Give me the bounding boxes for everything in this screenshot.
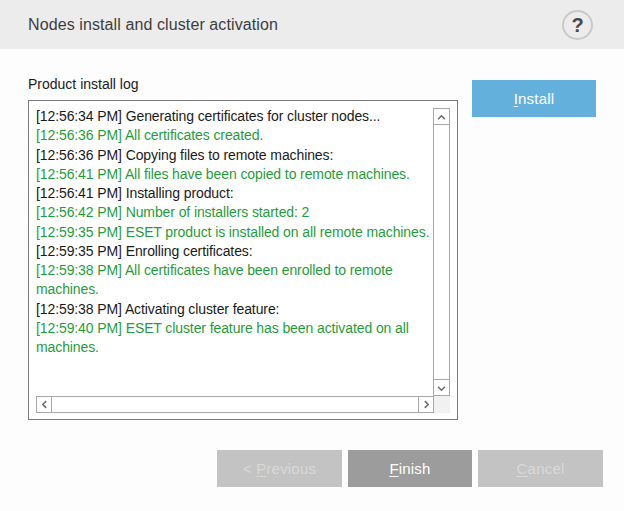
finish-button[interactable]: Finish [348, 450, 472, 487]
scrollbar-corner [434, 396, 450, 413]
chevron-up-icon [434, 110, 449, 124]
scroll-up-button[interactable] [434, 109, 449, 125]
log-line: [12:59:38 PM] All certificates have been… [36, 261, 433, 300]
install-button-label: Install [514, 90, 555, 107]
log-line: [12:59:40 PM] ESET cluster feature has b… [36, 319, 433, 358]
log-line: [12:59:35 PM] ESET product is installed … [36, 223, 433, 242]
dialog-header: Nodes install and cluster activation ? [0, 0, 624, 49]
horizontal-scroll-thumb[interactable] [52, 397, 418, 412]
chevron-down-icon [434, 381, 449, 395]
vertical-scroll-thumb[interactable] [434, 125, 449, 379]
page-title: Nodes install and cluster activation [28, 0, 278, 49]
vertical-scrollbar[interactable] [433, 108, 450, 396]
install-log-box[interactable]: [12:56:34 PM] Generating certificates fo… [28, 100, 458, 420]
log-line: [12:56:34 PM] Generating certificates fo… [36, 107, 433, 126]
log-lines: [12:56:34 PM] Generating certificates fo… [36, 107, 433, 357]
log-line: [12:56:36 PM] Copying files to remote ma… [36, 146, 433, 165]
help-button[interactable]: ? [562, 10, 593, 40]
log-line: [12:59:35 PM] Enrolling certificates: [36, 242, 433, 261]
previous-button-label: < Previous [243, 460, 316, 477]
scroll-down-button[interactable] [434, 379, 449, 395]
cancel-button[interactable]: Cancel [478, 450, 603, 487]
question-mark-icon: ? [571, 14, 583, 37]
scroll-left-button[interactable] [37, 397, 52, 412]
log-line: [12:56:42 PM] Number of installers start… [36, 203, 433, 222]
log-label: Product install log [28, 76, 139, 92]
log-line: [12:56:41 PM] All files have been copied… [36, 165, 433, 184]
log-line: [12:59:38 PM] Activating cluster feature… [36, 300, 433, 319]
log-line: [12:56:41 PM] Installing product: [36, 184, 433, 203]
log-line: [12:56:36 PM] All certificates created. [36, 126, 433, 145]
horizontal-scrollbar[interactable] [36, 396, 434, 413]
install-button[interactable]: Install [472, 80, 596, 117]
chevron-left-icon [37, 397, 51, 412]
cancel-button-label: Cancel [517, 460, 565, 477]
chevron-right-icon [419, 397, 433, 412]
scroll-right-button[interactable] [418, 397, 433, 412]
previous-button[interactable]: < Previous [217, 450, 342, 487]
finish-button-label: Finish [389, 460, 430, 477]
